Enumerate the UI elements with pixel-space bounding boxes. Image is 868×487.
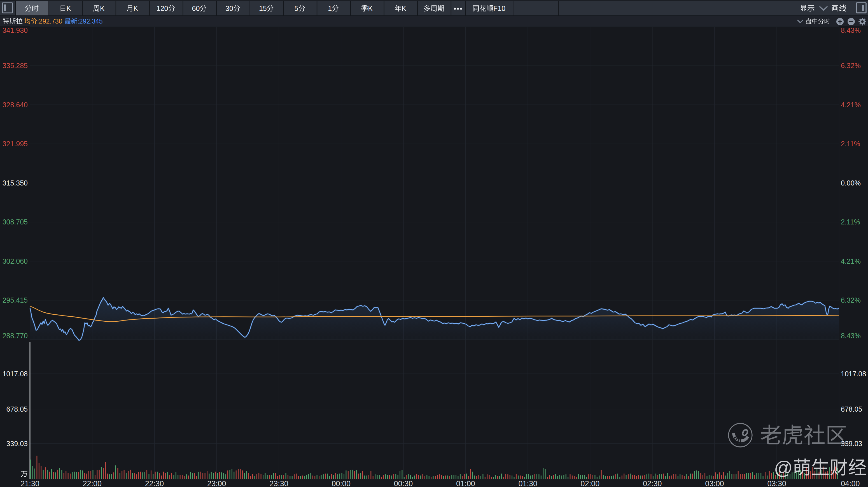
svg-text:5: 5 — [294, 4, 299, 12]
svg-text:328.640: 328.640 — [2, 101, 28, 109]
svg-text:04:00: 04:00 — [841, 480, 860, 487]
svg-text:335.285: 335.285 — [2, 62, 28, 69]
svg-text:01:30: 01:30 — [518, 480, 537, 487]
svg-text:2.11%: 2.11% — [841, 140, 860, 148]
svg-text:6.32%: 6.32% — [841, 296, 861, 304]
svg-text:308.705: 308.705 — [2, 218, 28, 226]
svg-text:K: K — [133, 4, 138, 12]
svg-text:02:00: 02:00 — [581, 480, 600, 487]
svg-text:120: 120 — [157, 4, 168, 12]
svg-text:4.21%: 4.21% — [841, 257, 861, 265]
svg-text:0.00%: 0.00% — [841, 179, 861, 187]
svg-text:K: K — [66, 4, 71, 12]
svg-text:4.21%: 4.21% — [841, 101, 861, 109]
svg-text:678.05: 678.05 — [6, 405, 28, 413]
svg-text:K: K — [368, 4, 373, 12]
svg-text:302.060: 302.060 — [2, 257, 28, 265]
svg-text:1: 1 — [328, 4, 332, 12]
svg-text:00:30: 00:30 — [394, 480, 413, 487]
svg-text:23:00: 23:00 — [207, 480, 226, 487]
svg-text:6.32%: 6.32% — [841, 62, 861, 69]
svg-text:00:00: 00:00 — [332, 480, 351, 487]
svg-text:339.03: 339.03 — [6, 440, 28, 448]
svg-text:02:30: 02:30 — [643, 480, 662, 487]
svg-text:22:00: 22:00 — [83, 480, 102, 487]
svg-text:21:30: 21:30 — [21, 480, 39, 487]
svg-text:22:30: 22:30 — [145, 480, 164, 487]
svg-text:1017.08: 1017.08 — [2, 370, 28, 378]
svg-text:288.770: 288.770 — [2, 332, 28, 340]
svg-text::292.345: :292.345 — [77, 18, 102, 25]
svg-text:01:00: 01:00 — [456, 480, 475, 487]
svg-text:03:30: 03:30 — [767, 480, 786, 487]
svg-text:8.43%: 8.43% — [841, 332, 861, 340]
svg-text:K: K — [100, 4, 105, 12]
svg-text:321.995: 321.995 — [2, 140, 28, 148]
svg-text:60: 60 — [192, 4, 200, 12]
svg-text:341.930: 341.930 — [2, 26, 28, 34]
svg-text:23:30: 23:30 — [269, 480, 288, 487]
svg-text:295.415: 295.415 — [2, 296, 28, 304]
svg-text:15: 15 — [259, 4, 267, 12]
svg-text:F10: F10 — [493, 4, 505, 12]
svg-text::292.730: :292.730 — [37, 18, 62, 25]
svg-text:8.43%: 8.43% — [841, 26, 861, 34]
svg-text:315.350: 315.350 — [2, 179, 28, 187]
svg-text:K: K — [402, 4, 406, 12]
svg-text:03:00: 03:00 — [705, 480, 724, 487]
svg-text:678.05: 678.05 — [841, 405, 862, 413]
svg-text:2.11%: 2.11% — [841, 218, 860, 226]
svg-text:@: @ — [774, 457, 793, 478]
svg-text:30: 30 — [225, 4, 233, 12]
svg-text:1017.08: 1017.08 — [841, 370, 866, 378]
